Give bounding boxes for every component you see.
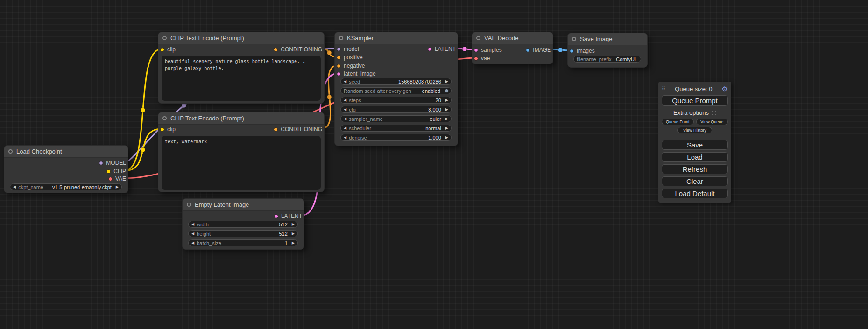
increment-arrow-icon[interactable]: ▶ (292, 241, 295, 245)
port-images-input[interactable] (570, 49, 574, 53)
widget-denoise[interactable]: ◀ denoise 1.000 ▶ (340, 134, 452, 141)
wire-midpoint-dot-cond2 (327, 95, 332, 99)
decrement-arrow-icon[interactable]: ◀ (344, 136, 346, 140)
view-queue-button[interactable]: View Queue (696, 119, 728, 125)
widget-filename-prefix[interactable]: filename_prefix ComfyUI (573, 56, 641, 63)
node-save-image[interactable]: Save Image images filename_prefix ComfyU… (567, 33, 648, 68)
input-slot-vae: vae (474, 55, 490, 62)
port-conditioning-output[interactable] (274, 48, 278, 52)
decrement-arrow-icon[interactable]: ◀ (13, 185, 16, 189)
increment-arrow-icon[interactable]: ▶ (116, 185, 119, 189)
port-image-output[interactable] (526, 48, 530, 52)
port-negative-input[interactable] (337, 64, 341, 68)
port-vae-output[interactable] (108, 177, 113, 181)
port-latent-output[interactable] (274, 214, 278, 218)
port-model-input[interactable] (337, 47, 341, 51)
toggle-knob-icon (445, 89, 449, 93)
node-header-ksampler[interactable]: KSampler (335, 32, 458, 44)
increment-arrow-icon[interactable]: ▶ (445, 80, 448, 84)
extra-options-row: Extra options (662, 109, 728, 116)
queue-front-button[interactable]: Queue Front (662, 119, 694, 125)
node-header-clip-negative[interactable]: CLIP Text Encode (Prompt) (158, 112, 324, 125)
widget-steps[interactable]: ◀ steps 20 ▶ (340, 97, 452, 104)
input-slot-negative: negative (337, 63, 365, 69)
view-history-button[interactable]: View History (677, 127, 712, 133)
port-clip-input[interactable] (160, 127, 164, 132)
node-title: Load Checkpoint (16, 148, 62, 155)
port-samples-input[interactable] (474, 48, 478, 52)
input-slot-images: images (570, 48, 595, 54)
input-slot-clip: clip (160, 126, 176, 133)
node-clip-text-encode-negative[interactable]: CLIP Text Encode (Prompt) clip CONDITION… (158, 112, 325, 192)
widget-width[interactable]: ◀ width 512 ▶ (188, 221, 298, 228)
port-vae-input[interactable] (474, 56, 478, 61)
port-positive-input[interactable] (337, 56, 341, 60)
queue-prompt-button[interactable]: Queue Prompt (662, 95, 728, 106)
drag-handle-icon[interactable]: ⠿ (662, 86, 665, 92)
node-header-load-checkpoint[interactable]: Load Checkpoint (4, 146, 128, 158)
node-vae-decode[interactable]: VAE Decode samples IMAGE vae (472, 32, 553, 64)
port-latent-output[interactable] (428, 47, 432, 51)
clear-button[interactable]: Clear (662, 176, 728, 186)
decrement-arrow-icon[interactable]: ◀ (344, 98, 346, 102)
prompt-textarea-negative[interactable]: text, watermark (162, 136, 321, 190)
load-button[interactable]: Load (662, 152, 728, 162)
increment-arrow-icon[interactable]: ▶ (445, 98, 448, 102)
port-conditioning-output[interactable] (274, 127, 278, 132)
widget-ckpt-name[interactable]: ◀ ckpt_name v1-5-pruned-emaonly.ckpt ▶ (10, 183, 122, 190)
widget-cfg[interactable]: ◀ cfg 8.000 ▶ (340, 106, 452, 113)
decrement-arrow-icon[interactable]: ◀ (191, 223, 194, 226)
increment-arrow-icon[interactable]: ▶ (292, 223, 295, 226)
load-default-button[interactable]: Load Default (662, 189, 728, 198)
decrement-arrow-icon[interactable]: ◀ (344, 126, 346, 130)
collapse-dot-icon[interactable] (339, 36, 343, 40)
node-header-save-image[interactable]: Save Image (568, 33, 647, 45)
node-empty-latent-image[interactable]: Empty Latent Image LATENT ◀ width 512 ▶ … (182, 198, 304, 250)
output-slot-clip: CLIP (106, 168, 126, 175)
widget-scheduler[interactable]: ◀ scheduler normal ▶ (340, 125, 452, 132)
node-graph-canvas[interactable]: Load Checkpoint MODEL CLIP VAE ◀ ckpt_na… (0, 0, 868, 329)
widget-sampler-name[interactable]: ◀ sampler_name euler ▶ (340, 115, 452, 122)
collapse-dot-icon[interactable] (476, 36, 480, 40)
widget-random-seed-toggle[interactable]: Random seed after every gen enabled (340, 87, 452, 94)
port-clip-output[interactable] (106, 169, 111, 174)
collapse-dot-icon[interactable] (8, 149, 13, 154)
input-slot-positive: positive (337, 54, 363, 61)
decrement-arrow-icon[interactable]: ◀ (191, 232, 194, 236)
decrement-arrow-icon[interactable]: ◀ (191, 241, 194, 245)
node-load-checkpoint[interactable]: Load Checkpoint MODEL CLIP VAE ◀ ckpt_na… (4, 145, 128, 193)
widget-batch-size[interactable]: ◀ batch_size 1 ▶ (188, 239, 298, 246)
widget-height[interactable]: ◀ height 512 ▶ (188, 230, 298, 237)
node-clip-text-encode-positive[interactable]: CLIP Text Encode (Prompt) clip CONDITION… (158, 32, 325, 104)
port-clip-input[interactable] (160, 48, 164, 52)
decrement-arrow-icon[interactable]: ◀ (344, 108, 346, 112)
prompt-textarea-positive[interactable]: beautiful scenery nature glass bottle la… (162, 56, 321, 101)
node-title: CLIP Text Encode (Prompt) (170, 115, 244, 122)
output-slot-latent: LATENT (428, 46, 456, 52)
increment-arrow-icon[interactable]: ▶ (445, 108, 448, 112)
port-latent-image-input[interactable] (337, 72, 341, 76)
collapse-dot-icon[interactable] (162, 116, 167, 120)
wire-midpoint-dot-clip1 (141, 108, 145, 112)
save-button[interactable]: Save (662, 140, 728, 150)
widget-seed[interactable]: ◀ seed 156680208700286 ▶ (340, 78, 452, 85)
node-header-clip-positive[interactable]: CLIP Text Encode (Prompt) (158, 32, 324, 44)
collapse-dot-icon[interactable] (162, 36, 167, 40)
settings-gear-icon[interactable]: ⚙ (722, 85, 728, 92)
extra-options-checkbox[interactable] (712, 111, 716, 115)
collapse-dot-icon[interactable] (572, 37, 576, 41)
node-ksampler[interactable]: KSampler model LATENT positive negative … (334, 32, 458, 146)
decrement-arrow-icon[interactable]: ◀ (344, 80, 346, 84)
increment-arrow-icon[interactable]: ▶ (292, 232, 295, 236)
port-model-output[interactable] (99, 161, 103, 165)
node-header-empty-latent[interactable]: Empty Latent Image (183, 199, 304, 211)
node-header-vae-decode[interactable]: VAE Decode (472, 32, 553, 44)
refresh-button[interactable]: Refresh (662, 164, 728, 174)
increment-arrow-icon[interactable]: ▶ (445, 117, 448, 121)
decrement-arrow-icon[interactable]: ◀ (344, 117, 346, 121)
input-slot-samples: samples (474, 47, 502, 53)
increment-arrow-icon[interactable]: ▶ (445, 136, 448, 140)
increment-arrow-icon[interactable]: ▶ (445, 126, 448, 130)
menu-header: ⠿ Queue size: 0 ⚙ (662, 84, 728, 93)
collapse-dot-icon[interactable] (187, 203, 191, 207)
